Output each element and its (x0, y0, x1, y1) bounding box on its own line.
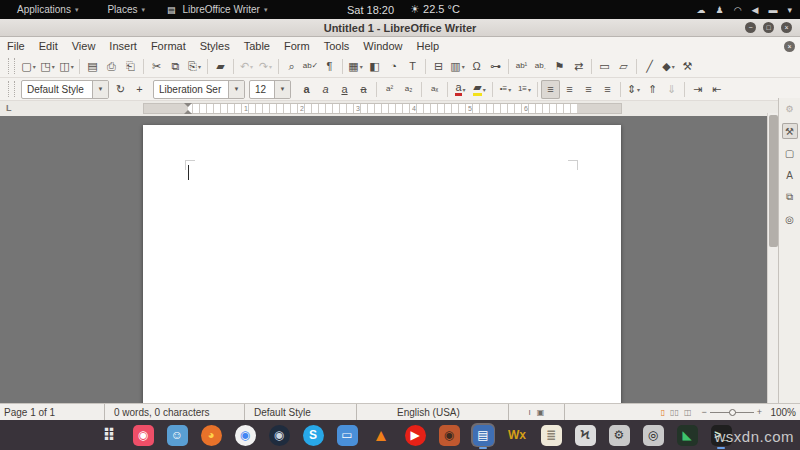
table[interactable]: Table (237, 37, 277, 55)
insert-chart[interactable]: ◔▾ (384, 57, 403, 76)
places[interactable]: Places▾ (100, 4, 145, 15)
find-and-replace[interactable]: ⌕▾ (282, 57, 301, 76)
font-size-combo[interactable]: 12▼ (249, 80, 291, 99)
email-stamp-app[interactable]: ▭ (335, 423, 359, 447)
superscript[interactable]: a²▾ (380, 80, 399, 99)
file[interactable]: File (0, 37, 32, 55)
sidebar-settings[interactable]: ⚙ (782, 101, 798, 117)
insert-hyperlink[interactable]: ⊶▾ (486, 57, 505, 76)
wx-app[interactable]: Wx (505, 423, 529, 447)
zoom-knob[interactable] (729, 409, 736, 416)
clone-formatting[interactable]: ▰▾ (211, 57, 230, 76)
window[interactable]: Window (356, 37, 409, 55)
app-grid[interactable]: ⠿ (97, 423, 121, 447)
insert-line[interactable]: ╱▾ (640, 57, 659, 76)
increase-indent[interactable]: ⇥▾ (688, 80, 707, 99)
chrome[interactable]: ◉ (233, 423, 257, 447)
zoom-track[interactable] (710, 412, 754, 413)
align-right[interactable]: ≡▾ (579, 80, 598, 99)
ordered-list[interactable]: 1≡▾ (515, 80, 534, 99)
wifi-icon[interactable]: ◠ (734, 5, 742, 15)
basic-shapes[interactable]: ◆▾ (659, 57, 678, 76)
view[interactable]: View (65, 37, 103, 55)
skype[interactable]: S (301, 423, 325, 447)
styles-deck[interactable]: A (782, 167, 798, 183)
weather-cloud-icon[interactable]: ☁ (697, 5, 706, 15)
properties-deck[interactable]: ⚒ (782, 123, 798, 139)
unordered-list[interactable]: •≡▾ (496, 80, 515, 99)
bold[interactable]: a▾ (297, 80, 316, 99)
paragraph-style-combo[interactable]: Default Style▼ (21, 80, 109, 99)
camera-app[interactable]: ◉ (131, 423, 155, 447)
chevron-down-icon[interactable]: ▼ (228, 81, 244, 98)
underline[interactable]: a▾ (335, 80, 354, 99)
gallery-deck[interactable]: ⧉ (782, 189, 798, 205)
indent-marker[interactable] (184, 103, 192, 114)
subscript[interactable]: a₂▾ (399, 80, 418, 99)
save[interactable]: ◫▾ (57, 57, 76, 76)
edit[interactable]: Edit (32, 37, 65, 55)
document-page[interactable] (143, 125, 621, 403)
weather[interactable]: ☀ 22.5 °C (410, 3, 460, 16)
settings-app[interactable]: ⚙ (607, 423, 631, 447)
close-document-button[interactable]: × (784, 41, 795, 52)
page-style[interactable]: Default Style (245, 404, 357, 420)
new-style-from-selection[interactable]: + (130, 80, 149, 99)
print[interactable]: ⎙▾ (102, 57, 121, 76)
increase-paragraph-spacing[interactable]: ⇑▾ (643, 80, 662, 99)
maximize-button[interactable]: □ (763, 22, 774, 33)
form[interactable]: Form (277, 37, 317, 55)
zoom-level[interactable]: 100% (766, 407, 800, 418)
open-document[interactable]: ◳▾ (38, 57, 57, 76)
steam[interactable]: ◉ (267, 423, 291, 447)
multi-page-view[interactable]: ▯▯ (670, 408, 679, 417)
line-spacing[interactable]: ⇕▾ (624, 80, 643, 99)
show-draw-functions[interactable]: ⚒▾ (678, 57, 697, 76)
insert-page-break[interactable]: ⊟▾ (429, 57, 448, 76)
navigator-deck[interactable]: ◎ (782, 211, 798, 227)
libreoffice-writer[interactable]: ▤ (471, 423, 495, 447)
highlighting-color[interactable]: ▰▾ (470, 80, 489, 99)
formatting-marks[interactable]: ¶▾ (320, 57, 339, 76)
horizontal-ruler[interactable]: 1 2 3 4 5 6 (143, 103, 622, 114)
text-language[interactable]: English (USA) (357, 404, 509, 420)
notes-app[interactable]: ≣ (539, 423, 563, 447)
justified[interactable]: ≡▾ (598, 80, 617, 99)
undo[interactable]: ↶▾ (237, 57, 256, 76)
export-pdf[interactable]: ▤▾ (83, 57, 102, 76)
paste[interactable]: ⎘▾ (185, 57, 204, 76)
insert[interactable]: Insert (102, 37, 144, 55)
clear-formatting[interactable]: aₓ▾ (425, 80, 444, 99)
insert-text-box[interactable]: T▾ (403, 57, 422, 76)
battery-icon[interactable]: ▬ (768, 5, 777, 15)
file-manager[interactable]: ☺ (165, 423, 189, 447)
font-name-combo[interactable]: Liberation Ser▼ (153, 80, 245, 99)
title-bar[interactable]: Untitled 1 - LibreOffice Writer − □ × (0, 19, 800, 37)
chevron-down-icon[interactable]: ▼ (92, 81, 108, 98)
minimize-button[interactable]: − (745, 22, 756, 33)
italic[interactable]: a▾ (316, 80, 335, 99)
gimp[interactable]: ◉ (437, 423, 461, 447)
vlc[interactable]: ▲ (369, 423, 393, 447)
page-count[interactable]: Page 1 of 1 (0, 404, 105, 420)
book-view[interactable]: ◫ (684, 408, 692, 417)
new-document[interactable]: ▢▾ (19, 57, 38, 76)
close-button[interactable]: × (781, 22, 792, 33)
copy[interactable]: ⧉▾ (166, 57, 185, 76)
update-paragraph-style[interactable]: ↻ (111, 80, 130, 99)
insert-cross-reference[interactable]: ⇄▾ (569, 57, 588, 76)
tab-stop-selector[interactable]: L (6, 103, 12, 113)
track-changes[interactable]: ▱▾ (614, 57, 633, 76)
single-page-view[interactable]: ▯ (661, 408, 665, 417)
toolbar-grip[interactable] (8, 58, 15, 74)
font-color[interactable]: a▾ (451, 80, 470, 99)
applications[interactable]: Applications▾ (10, 4, 78, 15)
zoom-out-button[interactable]: − (701, 407, 706, 417)
format[interactable]: Format (144, 37, 193, 55)
toolbar-grip[interactable] (8, 81, 15, 97)
firefox[interactable]: ◕ (199, 423, 223, 447)
libreoffice-writer[interactable]: ▤LibreOffice Writer▾ (167, 4, 267, 15)
insert-image[interactable]: ◧▾ (365, 57, 384, 76)
scrollbar-thumb[interactable] (769, 115, 778, 247)
styles[interactable]: Styles (193, 37, 237, 55)
